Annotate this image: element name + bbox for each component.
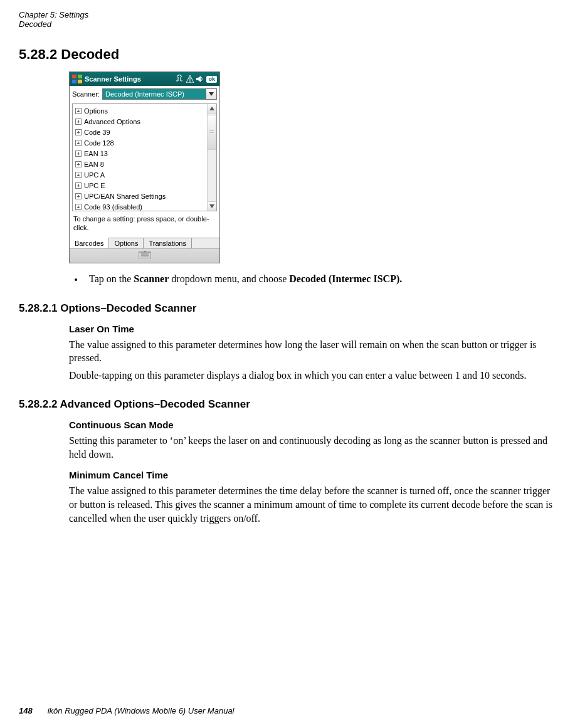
tree-item-label: EAN 8 bbox=[84, 161, 104, 168]
plus-icon[interactable] bbox=[75, 193, 82, 199]
svg-rect-3 bbox=[78, 80, 82, 83]
footer: 148 ikôn Rugged PDA (Windows Mobile 6) U… bbox=[19, 706, 235, 715]
tree-item-options[interactable]: Options bbox=[73, 105, 207, 116]
tree-item-label: Code 93 (disabled) bbox=[84, 203, 142, 211]
plus-icon[interactable] bbox=[75, 140, 82, 146]
svg-rect-1 bbox=[78, 75, 82, 78]
plus-icon[interactable] bbox=[75, 129, 82, 135]
heading-advanced-options-decoded: 5.28.2.2 Advanced Options–Decoded Scanne… bbox=[19, 398, 556, 411]
scroll-track[interactable] bbox=[208, 150, 216, 201]
window-title: Scanner Settings bbox=[85, 75, 172, 83]
svg-marker-7 bbox=[209, 92, 214, 96]
speaker-icon[interactable] bbox=[196, 75, 204, 83]
tree-item-label: Code 128 bbox=[84, 139, 114, 147]
screenshot-container: Scanner Settings bbox=[69, 71, 556, 263]
heading-continuous-scan-mode: Continuous Scan Mode bbox=[69, 419, 556, 430]
keyboard-icon[interactable] bbox=[139, 251, 151, 260]
tree-item-code39[interactable]: Code 39 bbox=[73, 127, 207, 137]
plus-icon[interactable] bbox=[75, 119, 82, 125]
hint-text: To change a setting: press space, or dou… bbox=[70, 211, 219, 238]
bottom-tabs: Barcodes Options Translations bbox=[70, 238, 219, 248]
instruction-text: Tap on the Scanner dropdown menu, and ch… bbox=[89, 273, 402, 285]
plus-icon[interactable] bbox=[75, 150, 82, 157]
svg-rect-0 bbox=[72, 75, 76, 78]
tree-item-label: UPC/EAN Shared Settings bbox=[84, 193, 166, 200]
tree-item-code128[interactable]: Code 128 bbox=[73, 137, 207, 148]
plus-icon[interactable] bbox=[75, 182, 82, 189]
plus-icon[interactable] bbox=[75, 108, 82, 114]
tree-item-code93[interactable]: Code 93 (disabled) bbox=[73, 201, 207, 211]
instruction-bullet: • Tap on the Scanner dropdown menu, and … bbox=[74, 273, 556, 286]
text-fragment: dropdown menu, and choose bbox=[169, 273, 289, 284]
tree-item-label: Code 39 bbox=[84, 129, 110, 136]
svg-marker-9 bbox=[209, 204, 214, 208]
bold-scanner: Scanner bbox=[134, 273, 169, 284]
tree-item-upca[interactable]: UPC A bbox=[73, 169, 207, 180]
tree-item-label: UPC A bbox=[84, 171, 105, 179]
svg-rect-2 bbox=[72, 80, 76, 83]
para-continuous-scan: Setting this parameter to ‘on’ keeps the… bbox=[69, 434, 556, 461]
bullet-dot: • bbox=[74, 273, 78, 286]
tree-item-ean8[interactable]: EAN 8 bbox=[73, 159, 207, 169]
plus-icon[interactable] bbox=[75, 172, 82, 178]
settings-tree: Options Advanced Options Code 39 Code 12… bbox=[72, 103, 217, 211]
tab-translations[interactable]: Translations bbox=[144, 238, 192, 248]
svg-marker-8 bbox=[209, 107, 214, 110]
running-header-line1: Chapter 5: Settings bbox=[19, 10, 556, 19]
text-fragment: Tap on the bbox=[89, 273, 134, 284]
svg-rect-10 bbox=[139, 252, 151, 258]
chevron-down-icon[interactable] bbox=[206, 88, 217, 100]
para-laser-on-time-2: Double-tapping on this parameter display… bbox=[69, 369, 556, 382]
page: Chapter 5: Settings Decoded 5.28.2 Decod… bbox=[0, 0, 575, 728]
signal-icon[interactable] bbox=[186, 75, 194, 83]
titlebar: Scanner Settings bbox=[70, 72, 219, 86]
tree-item-label: EAN 13 bbox=[84, 150, 108, 157]
ok-button[interactable]: ok bbox=[206, 76, 217, 83]
tree-item-upcean-shared[interactable]: UPC/EAN Shared Settings bbox=[73, 191, 207, 201]
tree-list[interactable]: Options Advanced Options Code 39 Code 12… bbox=[73, 104, 207, 211]
start-icon[interactable] bbox=[72, 75, 82, 83]
tree-item-advanced-options[interactable]: Advanced Options bbox=[73, 116, 207, 127]
scanner-settings-window: Scanner Settings bbox=[69, 71, 220, 263]
tree-item-label: Advanced Options bbox=[84, 118, 140, 125]
manual-title: ikôn Rugged PDA (Windows Mobile 6) User … bbox=[48, 706, 235, 715]
scrollbar[interactable] bbox=[207, 104, 216, 211]
heading-options-decoded: 5.28.2.1 Options–Decoded Scanner bbox=[19, 302, 556, 315]
scanner-dropdown-value: Decoded (Intermec ISCP) bbox=[102, 88, 206, 100]
scroll-down-icon[interactable] bbox=[208, 201, 216, 211]
heading-minimum-cancel-time: Minimum Cancel Time bbox=[69, 470, 556, 480]
scanner-dropdown[interactable]: Decoded (Intermec ISCP) bbox=[102, 88, 217, 100]
para-laser-on-time-1: The value assigned to this parameter det… bbox=[69, 338, 556, 365]
svg-marker-6 bbox=[196, 76, 201, 82]
para-minimum-cancel-time: The value assigned to this parameter det… bbox=[69, 484, 556, 525]
scroll-up-icon[interactable] bbox=[208, 104, 216, 113]
scroll-thumb[interactable] bbox=[208, 115, 216, 150]
running-header-line2: Decoded bbox=[19, 19, 556, 29]
scanner-label: Scanner: bbox=[72, 90, 100, 98]
tree-item-ean13[interactable]: EAN 13 bbox=[73, 148, 207, 159]
bold-decoded: Decoded (Intermec ISCP). bbox=[289, 273, 402, 284]
section-heading-decoded: 5.28.2 Decoded bbox=[19, 46, 556, 63]
tree-item-upce[interactable]: UPC E bbox=[73, 180, 207, 191]
tab-barcodes[interactable]: Barcodes bbox=[70, 238, 109, 248]
connectivity-icon[interactable] bbox=[175, 75, 184, 83]
plus-icon[interactable] bbox=[75, 204, 82, 210]
page-number: 148 bbox=[19, 706, 33, 715]
tree-item-label: Options bbox=[84, 107, 108, 115]
tree-item-label: UPC E bbox=[84, 182, 105, 189]
heading-laser-on-time: Laser On Time bbox=[69, 324, 556, 334]
tab-options[interactable]: Options bbox=[109, 238, 144, 248]
soft-key-bar bbox=[70, 248, 219, 263]
scanner-row: Scanner: Decoded (Intermec ISCP) bbox=[70, 86, 219, 103]
plus-icon[interactable] bbox=[75, 161, 82, 167]
